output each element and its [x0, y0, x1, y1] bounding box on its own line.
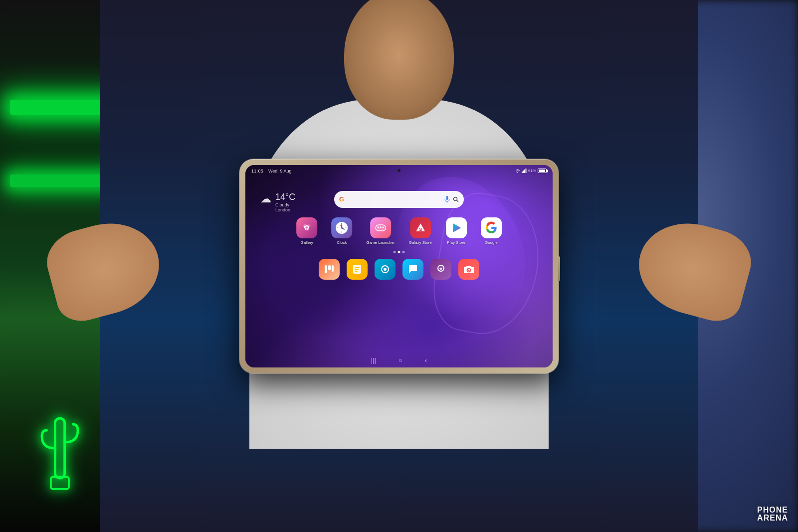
- weather-city: London: [275, 207, 295, 212]
- dock-icon-5: [430, 259, 451, 280]
- svg-point-26: [382, 226, 384, 228]
- battery-icon: [538, 169, 547, 173]
- dock-app-3[interactable]: [375, 259, 396, 280]
- weather-temp: 14°C: [275, 192, 295, 201]
- app-play-store[interactable]: Play Store: [446, 217, 467, 245]
- weather-widget[interactable]: ☁ 14°C Cloudy London: [260, 192, 295, 212]
- app-google[interactable]: Google: [481, 217, 502, 245]
- galaxy-store-icon: S: [410, 217, 431, 238]
- tablet-frame: 11:05 Wed, 9 Aug: [239, 159, 559, 373]
- status-icons: 91%: [515, 169, 547, 173]
- svg-text:S: S: [419, 227, 422, 232]
- google-label: Google: [485, 240, 498, 245]
- page-dot-3: [402, 251, 405, 253]
- app-dock: [319, 259, 479, 280]
- svg-rect-0: [55, 418, 64, 478]
- app-grid-row1: ✿ Gallery: [296, 217, 502, 245]
- page-dot-2: [398, 251, 400, 253]
- signal-icon: [522, 169, 527, 173]
- google-icon: [481, 217, 502, 238]
- home-screen: ☁ 14°C Cloudy London G: [245, 165, 553, 367]
- nav-back-button[interactable]: ‹: [425, 356, 427, 364]
- svg-point-25: [377, 226, 379, 228]
- galaxy-store-label: Galaxy Store: [409, 240, 432, 245]
- dock-icon-3: [375, 259, 396, 280]
- battery-percent: 91%: [528, 169, 536, 173]
- page-indicators: [394, 251, 405, 253]
- dock-icon-1: [319, 259, 340, 280]
- dock-app-4[interactable]: [402, 259, 423, 280]
- svg-rect-36: [355, 269, 359, 270]
- svg-rect-35: [355, 267, 360, 268]
- nav-bar: ||| ○ ‹: [245, 354, 553, 367]
- tablet-screen: 11:05 Wed, 9 Aug: [245, 165, 553, 367]
- weather-icon: ☁: [260, 193, 271, 204]
- watermark-line1: PHONE: [757, 506, 788, 514]
- app-galaxy-store[interactable]: S Galaxy Store: [409, 217, 432, 245]
- clock-label: Clock: [337, 240, 347, 245]
- nav-recents-button[interactable]: |||: [371, 356, 376, 364]
- app-game-launcher[interactable]: Game Launcher: [366, 217, 395, 245]
- dock-app-6[interactable]: [458, 259, 479, 280]
- weather-condition: Cloudy: [275, 202, 295, 207]
- svg-rect-28: [380, 227, 382, 227]
- svg-rect-37: [355, 271, 358, 272]
- front-camera: [398, 169, 400, 172]
- svg-point-42: [468, 269, 470, 271]
- neon-cactus-decoration: [30, 392, 90, 492]
- page-dot-1: [394, 251, 396, 253]
- gallery-label: Gallery: [301, 240, 313, 245]
- play-store-icon: [446, 217, 467, 238]
- google-logo: G: [339, 195, 344, 203]
- game-launcher-label: Game Launcher: [366, 240, 395, 245]
- status-date: Wed, 9 Aug: [268, 169, 291, 174]
- search-input[interactable]: [347, 191, 441, 208]
- game-launcher-icon: [370, 217, 391, 238]
- nav-home-button[interactable]: ○: [399, 356, 402, 364]
- search-lens-icon[interactable]: [453, 196, 459, 202]
- svg-rect-6: [446, 196, 448, 200]
- svg-rect-5: [525, 169, 526, 173]
- svg-rect-2: [522, 172, 523, 173]
- dock-icon-2: [347, 259, 368, 280]
- svg-rect-3: [523, 171, 524, 173]
- svg-point-8: [454, 197, 457, 200]
- svg-rect-4: [524, 170, 525, 173]
- dock-icon-4: [402, 259, 423, 280]
- svg-marker-30: [453, 223, 461, 232]
- weather-info: 14°C Cloudy London: [275, 192, 295, 212]
- svg-rect-32: [328, 265, 331, 270]
- svg-point-39: [384, 268, 387, 271]
- dock-app-1[interactable]: [319, 259, 340, 280]
- status-time: 11:05: [251, 169, 263, 174]
- play-store-label: Play Store: [447, 240, 465, 245]
- clock-icon: [331, 217, 352, 238]
- side-button: [558, 256, 560, 281]
- svg-text:✿: ✿: [304, 223, 310, 231]
- svg-rect-33: [332, 265, 334, 272]
- svg-rect-7: [447, 201, 448, 202]
- google-search-bar[interactable]: G: [334, 191, 464, 208]
- app-clock[interactable]: Clock: [331, 217, 352, 245]
- dock-app-5[interactable]: [430, 259, 451, 280]
- background-scene: 11:05 Wed, 9 Aug: [0, 0, 798, 532]
- phonearena-watermark: PHONE ARENA: [757, 506, 788, 522]
- tablet-device: 11:05 Wed, 9 Aug: [239, 159, 559, 373]
- gallery-icon: ✿: [296, 217, 317, 238]
- svg-rect-31: [325, 265, 327, 273]
- dock-icon-6: [458, 259, 479, 280]
- watermark-line2: ARENA: [757, 514, 788, 522]
- dock-app-2[interactable]: [347, 259, 368, 280]
- wifi-icon: [515, 169, 520, 173]
- search-mic-icon[interactable]: [444, 196, 450, 203]
- person-head: [344, 0, 454, 120]
- app-gallery[interactable]: ✿ Gallery: [296, 217, 317, 245]
